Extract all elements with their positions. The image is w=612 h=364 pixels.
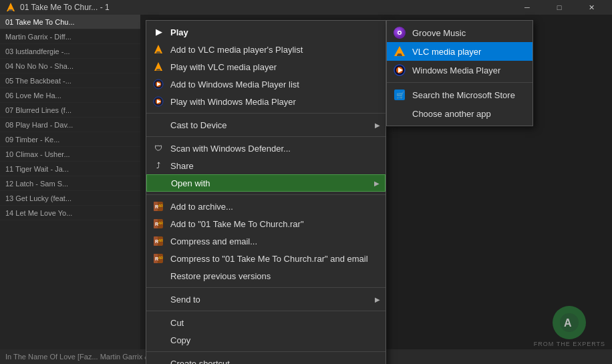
menu-item-compress-email[interactable]: R AR Compress and email... xyxy=(146,232,386,250)
playlist-sidebar: 01 Take Me To Chu... Martin Garrix - Dif… xyxy=(0,15,140,364)
playlist-item[interactable]: 06 Love Me Ha... xyxy=(0,88,140,103)
submenu-arrow-cast: ▶ xyxy=(375,122,380,129)
menu-item-add-vlc-playlist[interactable]: Add to VLC media player's Playlist xyxy=(146,41,386,58)
open-with-submenu: Groove Music VLC media player Windows Me… xyxy=(386,20,533,126)
watermark-text: FROM THE EXPERTS xyxy=(534,341,605,347)
svg-rect-35 xyxy=(398,53,402,55)
context-menu: ▶ Play Add to VLC media player's Playlis… xyxy=(146,20,386,364)
menu-item-open-with[interactable]: Open with ▶ xyxy=(146,174,386,192)
submenu-arrow-send: ▶ xyxy=(375,296,380,303)
separator-6 xyxy=(146,351,386,352)
menu-item-cast[interactable]: Cast to Device ▶ xyxy=(146,116,386,134)
menu-item-send-to[interactable]: Send to ▶ xyxy=(146,291,386,308)
menu-item-copy[interactable]: Copy xyxy=(146,331,386,349)
svg-rect-4 xyxy=(157,51,160,53)
menu-item-cut[interactable]: Cut xyxy=(146,314,386,331)
svg-text:A: A xyxy=(564,317,572,329)
rar-icon-4: R AR xyxy=(152,252,165,265)
svg-text:🛒: 🛒 xyxy=(396,91,405,100)
playlist-item[interactable]: 01 Take Me To Chu... xyxy=(0,15,140,29)
menu-item-compress-rar-email[interactable]: R AR Compress to "01 Take Me To Church.r… xyxy=(146,250,386,267)
menu-item-add-rar[interactable]: R AR Add to "01 Take Me To Church.rar" xyxy=(146,215,386,232)
playlist-item[interactable]: 12 Latch - Sam S... xyxy=(0,176,140,191)
svg-rect-7 xyxy=(157,69,160,70)
other-app-icon xyxy=(392,106,407,121)
svg-text:AR: AR xyxy=(158,256,163,260)
svg-rect-8 xyxy=(156,70,161,71)
defender-icon: 🛡 xyxy=(152,142,165,155)
svg-rect-2 xyxy=(8,11,13,11)
playlist-item[interactable]: 03 lustlandfergie -... xyxy=(0,44,140,59)
window-controls: ─ □ ✕ xyxy=(512,0,607,15)
vlc-icon-2 xyxy=(152,60,165,73)
svg-text:AR: AR xyxy=(158,204,163,208)
submenu-separator xyxy=(387,82,532,83)
separator-2 xyxy=(146,136,386,137)
svg-rect-36 xyxy=(397,55,402,56)
menu-item-play-vlc[interactable]: Play with VLC media player xyxy=(146,58,386,75)
playlist-item[interactable]: 09 Timber - Ke... xyxy=(0,132,140,147)
ms-store-icon: 🛒 xyxy=(392,87,407,102)
playlist-item[interactable]: 04 No No No - Sha... xyxy=(0,59,140,73)
playlist-item[interactable]: 13 Get Lucky (feat... xyxy=(0,191,140,206)
separator-5 xyxy=(146,311,386,311)
submenu-item-store[interactable]: 🛒 Search the Microsoft Store xyxy=(387,85,532,104)
vlc-icon-1 xyxy=(152,43,165,56)
playlist-item[interactable]: 07 Blurred Lines (f... xyxy=(0,103,140,118)
svg-text:AR: AR xyxy=(158,238,163,242)
menu-item-add-wmp[interactable]: Add to Windows Media Player list xyxy=(146,75,386,93)
wmp-icon-sm xyxy=(392,63,407,77)
share-icon: ⤴ xyxy=(152,159,165,172)
playlist-item[interactable]: 14 Let Me Love Yo... xyxy=(0,206,140,220)
separator-4 xyxy=(146,287,386,288)
submenu-item-groove[interactable]: Groove Music xyxy=(387,23,532,42)
playlist-item[interactable]: 05 The Backbeat -... xyxy=(0,73,140,88)
submenu-arrow-open: ▶ xyxy=(374,180,379,187)
svg-rect-5 xyxy=(156,53,161,53)
groove-music-icon xyxy=(392,25,407,40)
rar-icon-2: R AR xyxy=(152,217,165,230)
submenu-item-other-app[interactable]: Choose another app xyxy=(387,104,532,123)
minimize-button[interactable]: ─ xyxy=(512,0,543,15)
playlist-item[interactable]: 11 Tiger Wait - Ja... xyxy=(0,162,140,176)
play-icon: ▶ xyxy=(152,25,165,39)
separator-1 xyxy=(146,113,386,114)
submenu-item-vlc[interactable]: VLC media player xyxy=(387,42,532,61)
svg-text:AR: AR xyxy=(158,221,163,225)
svg-point-33 xyxy=(399,32,401,34)
menu-item-restore[interactable]: Restore previous versions xyxy=(146,267,386,285)
playlist-item[interactable]: 10 Climax - Usher... xyxy=(0,147,140,162)
close-button[interactable]: ✕ xyxy=(576,0,607,15)
watermark-logo: A xyxy=(553,306,586,339)
menu-item-play[interactable]: ▶ Play xyxy=(146,23,386,41)
maximize-button[interactable]: □ xyxy=(544,0,575,15)
menu-item-play-wmp[interactable]: Play with Windows Media Player xyxy=(146,93,386,110)
menu-item-share[interactable]: ⤴ Share xyxy=(146,157,386,174)
playlist-item[interactable]: Martin Garrix - Diff... xyxy=(0,29,140,44)
svg-rect-1 xyxy=(9,9,13,11)
wmp-icon-2 xyxy=(152,95,165,108)
wmp-icon-1 xyxy=(152,77,165,91)
watermark: A FROM THE EXPERTS xyxy=(534,306,605,347)
separator-3 xyxy=(146,194,386,195)
menu-item-add-archive[interactable]: R AR Add to archive... xyxy=(146,198,386,215)
rar-icon-1: R AR xyxy=(152,200,165,213)
menu-item-create-shortcut[interactable]: Create shortcut xyxy=(146,355,386,364)
window-title: 01 Take Me To Chur... - 1 xyxy=(20,3,512,12)
menu-item-scan-defender[interactable]: 🛡 Scan with Windows Defender... xyxy=(146,140,386,157)
vlc-icon-sm xyxy=(392,44,407,59)
vlc-logo-icon xyxy=(5,2,16,13)
rar-icon-3: R AR xyxy=(152,234,165,248)
submenu-item-wmp[interactable]: Windows Media Player xyxy=(387,61,532,79)
title-bar: 01 Take Me To Chur... - 1 ─ □ ✕ xyxy=(0,0,612,15)
playlist-item[interactable]: 08 Play Hard - Dav... xyxy=(0,118,140,132)
